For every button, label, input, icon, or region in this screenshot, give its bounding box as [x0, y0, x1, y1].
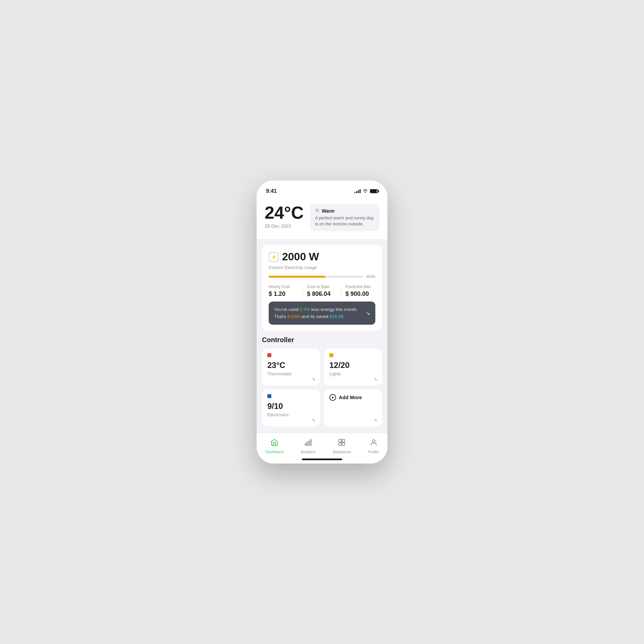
- svg-point-0: [317, 210, 318, 211]
- nav-item-appliances[interactable]: Appliances: [329, 437, 355, 455]
- analytics-icon: [304, 438, 312, 448]
- predicted-bills-label: Predicted Bills: [345, 284, 375, 289]
- header-section: 24°C 28 Dec 2022: [257, 197, 387, 239]
- stats-row: Hourly Cost $ 1.20 Cost to Date $ 806.04…: [269, 284, 375, 298]
- electronics-dot: [267, 394, 271, 398]
- savings-highlight-amount: $16.08: [329, 314, 343, 319]
- svg-rect-10: [308, 441, 309, 445]
- nav-label-analytics: Analytics: [301, 450, 316, 454]
- svg-rect-11: [310, 440, 311, 445]
- svg-line-6: [318, 211, 319, 212]
- main-content: 24°C 28 Dec 2022: [257, 197, 387, 433]
- status-icons: [355, 189, 378, 194]
- svg-rect-13: [342, 439, 345, 442]
- temperature-date: 28 Dec 2022: [265, 223, 304, 229]
- bolt-icon: ⚡: [269, 252, 279, 262]
- savings-highlight-percentage: 2.4%: [300, 307, 310, 312]
- add-more-content: + Add More: [329, 394, 362, 401]
- savings-banner: You've used 2.4% less energy this month.…: [269, 302, 375, 325]
- nav-item-profile[interactable]: Profile: [364, 437, 383, 455]
- savings-highlight-kwh: 8 kWh: [287, 314, 300, 319]
- weather-description: A perfect warm and sunny day is on the h…: [315, 215, 375, 227]
- hourly-cost-label: Hourly Cost: [269, 284, 299, 289]
- profile-icon: [370, 438, 378, 448]
- hourly-cost-block: Hourly Cost $ 1.20: [269, 284, 303, 298]
- savings-line2-mid: and its saved: [300, 314, 329, 319]
- lights-dot: [329, 353, 333, 357]
- controller-section: Controller 23°C Thermostats ↘ 12/20 Ligh…: [262, 336, 382, 426]
- add-more-label: Add More: [339, 394, 362, 400]
- progress-fill: [269, 276, 325, 278]
- electronics-arrow-icon: ↘: [311, 417, 315, 422]
- nav-item-dashboard[interactable]: Dashboard: [261, 437, 287, 455]
- electronics-label: Electronics: [267, 412, 315, 417]
- sun-icon: [315, 208, 320, 214]
- cost-to-date-value: $ 806.04: [307, 290, 337, 298]
- controller-title: Controller: [262, 336, 382, 344]
- svg-rect-15: [342, 443, 345, 445]
- nav-label-profile: Profile: [368, 450, 379, 454]
- wifi-icon: [363, 189, 368, 194]
- bottom-navigation: Dashboard Analytics Applian: [257, 433, 387, 457]
- predicted-bills-block: Predicted Bills $ 900.00: [341, 284, 375, 298]
- svg-rect-12: [339, 439, 341, 442]
- svg-line-8: [318, 209, 319, 209]
- electricity-label: Current Electricity Usage: [269, 265, 375, 270]
- status-time: 9:41: [266, 188, 277, 194]
- svg-rect-9: [305, 443, 307, 445]
- controller-grid: 23°C Thermostats ↘ 12/20 Lights ↘: [262, 348, 382, 426]
- thermostats-arrow-icon: ↘: [311, 376, 315, 381]
- lights-label: Lights: [329, 371, 377, 376]
- temperature-value: 24°C: [265, 204, 304, 221]
- home-indicator: [257, 457, 387, 464]
- progress-bar: [269, 276, 363, 278]
- add-more-arrow-icon: ↘: [373, 417, 377, 422]
- thermostats-value: 23°C: [267, 361, 315, 370]
- thermostats-card[interactable]: 23°C Thermostats ↘: [262, 348, 320, 385]
- hourly-cost-value: $ 1.20: [269, 290, 299, 298]
- svg-line-7: [316, 211, 316, 212]
- home-icon: [270, 438, 278, 448]
- home-bar: [302, 459, 342, 460]
- add-circle-icon: +: [329, 394, 336, 401]
- signal-icon: [355, 189, 361, 193]
- add-more-card[interactable]: + Add More ↘: [324, 389, 382, 426]
- thermostats-dot: [267, 353, 271, 357]
- weather-title: Warm: [322, 208, 334, 214]
- electronics-card[interactable]: 9/10 Electronics ↘: [262, 389, 320, 426]
- savings-line1-post: less energy this month.: [310, 307, 358, 312]
- lights-value: 12/20: [329, 361, 377, 370]
- lights-card[interactable]: 12/20 Lights ↘: [324, 348, 382, 385]
- svg-line-5: [316, 209, 316, 209]
- thermostats-label: Thermostats: [267, 371, 315, 376]
- savings-text: You've used 2.4% less energy this month.…: [274, 306, 358, 320]
- svg-point-16: [372, 440, 375, 442]
- phone-frame: 9:41: [257, 180, 387, 464]
- nav-label-appliances: Appliances: [333, 450, 351, 454]
- predicted-bills-value: $ 900.00: [345, 290, 375, 298]
- savings-line1-pre: You've used: [274, 307, 300, 312]
- svg-rect-14: [339, 443, 341, 445]
- electricity-card: ⚡ 2000 W Current Electricity Usage 60% H…: [262, 245, 382, 331]
- nav-item-analytics[interactable]: Analytics: [297, 437, 320, 455]
- cost-to-date-label: Cost to Date: [307, 284, 337, 289]
- appliances-icon: [338, 438, 346, 448]
- electricity-value: 2000 W: [282, 251, 319, 263]
- status-bar: 9:41: [257, 180, 387, 197]
- progress-percentage: 60%: [367, 274, 375, 279]
- electronics-value: 9/10: [267, 401, 315, 411]
- temperature-block: 24°C 28 Dec 2022: [265, 204, 304, 229]
- savings-line2-pre: That's: [274, 314, 287, 319]
- weather-card: Warm A perfect warm and sunny day is on …: [310, 204, 379, 231]
- savings-arrow-icon[interactable]: ↘: [366, 310, 370, 316]
- battery-icon: [370, 189, 378, 193]
- cost-to-date-block: Cost to Date $ 806.04: [303, 284, 341, 298]
- lights-arrow-icon: ↘: [373, 376, 377, 381]
- nav-label-dashboard: Dashboard: [265, 450, 283, 454]
